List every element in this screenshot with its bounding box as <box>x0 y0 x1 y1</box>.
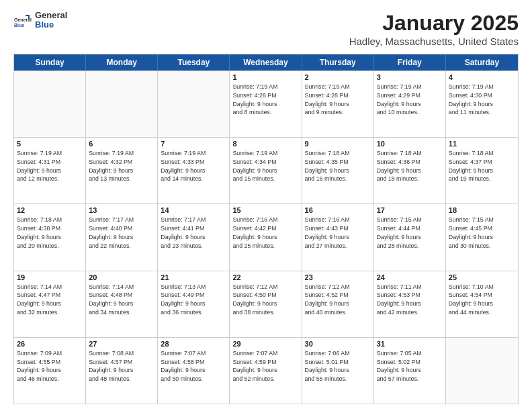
table-row: 17Sunrise: 7:15 AM Sunset: 4:44 PM Dayli… <box>374 204 446 270</box>
day-number: 18 <box>449 206 515 214</box>
title-block: January 2025 Hadley, Massachusetts, Unit… <box>349 11 519 47</box>
table-row: 24Sunrise: 7:11 AM Sunset: 4:53 PM Dayli… <box>374 271 446 337</box>
day-number: 10 <box>377 140 443 148</box>
table-row: 12Sunrise: 7:18 AM Sunset: 4:38 PM Dayli… <box>14 204 86 270</box>
table-row: 14Sunrise: 7:17 AM Sunset: 4:41 PM Dayli… <box>158 204 230 270</box>
logo-blue: Blue <box>35 20 67 30</box>
day-number: 14 <box>161 206 226 214</box>
day-number: 31 <box>377 340 443 348</box>
day-number: 27 <box>89 340 154 348</box>
day-info: Sunrise: 7:05 AM Sunset: 5:02 PM Dayligh… <box>377 349 443 383</box>
table-row: 27Sunrise: 7:08 AM Sunset: 4:57 PM Dayli… <box>86 338 158 404</box>
day-number: 21 <box>161 273 226 281</box>
day-number: 20 <box>89 273 154 281</box>
day-number: 8 <box>232 140 298 148</box>
table-row: 15Sunrise: 7:16 AM Sunset: 4:42 PM Dayli… <box>230 204 302 270</box>
day-info: Sunrise: 7:17 AM Sunset: 4:41 PM Dayligh… <box>161 216 226 250</box>
table-row: 29Sunrise: 7:07 AM Sunset: 4:59 PM Dayli… <box>230 338 302 404</box>
table-row <box>446 338 518 404</box>
table-row: 31Sunrise: 7:05 AM Sunset: 5:02 PM Dayli… <box>374 338 446 404</box>
day-number: 28 <box>161 340 226 348</box>
table-row: 26Sunrise: 7:09 AM Sunset: 4:55 PM Dayli… <box>14 338 86 404</box>
day-number: 17 <box>377 206 443 214</box>
day-info: Sunrise: 7:13 AM Sunset: 4:49 PM Dayligh… <box>161 283 226 317</box>
table-row: 5Sunrise: 7:19 AM Sunset: 4:31 PM Daylig… <box>14 138 86 203</box>
day-info: Sunrise: 7:15 AM Sunset: 4:44 PM Dayligh… <box>377 216 443 250</box>
day-info: Sunrise: 7:19 AM Sunset: 4:34 PM Dayligh… <box>232 149 298 183</box>
day-info: Sunrise: 7:07 AM Sunset: 4:59 PM Dayligh… <box>232 349 298 383</box>
day-info: Sunrise: 7:12 AM Sunset: 4:50 PM Dayligh… <box>232 283 298 317</box>
table-row: 3Sunrise: 7:19 AM Sunset: 4:29 PM Daylig… <box>374 71 446 137</box>
svg-text:Blue: Blue <box>14 23 24 28</box>
day-number: 3 <box>377 73 443 81</box>
day-info: Sunrise: 7:14 AM Sunset: 4:48 PM Dayligh… <box>89 283 154 317</box>
day-info: Sunrise: 7:18 AM Sunset: 4:35 PM Dayligh… <box>305 149 371 183</box>
table-row: 19Sunrise: 7:14 AM Sunset: 4:47 PM Dayli… <box>14 271 86 337</box>
svg-text:General: General <box>14 17 32 22</box>
header: General Blue General Blue January 2025 H… <box>13 11 519 47</box>
calendar-row: 19Sunrise: 7:14 AM Sunset: 4:47 PM Dayli… <box>14 271 518 337</box>
day-number: 25 <box>449 273 515 281</box>
day-info: Sunrise: 7:19 AM Sunset: 4:30 PM Dayligh… <box>449 83 515 117</box>
table-row: 18Sunrise: 7:15 AM Sunset: 4:45 PM Dayli… <box>446 204 518 270</box>
header-monday: Monday <box>86 54 158 71</box>
day-info: Sunrise: 7:12 AM Sunset: 4:52 PM Dayligh… <box>305 283 371 317</box>
logo-general: General <box>35 11 67 20</box>
day-info: Sunrise: 7:18 AM Sunset: 4:37 PM Dayligh… <box>449 149 515 183</box>
day-info: Sunrise: 7:19 AM Sunset: 4:31 PM Dayligh… <box>17 149 83 183</box>
table-row <box>158 71 230 137</box>
day-number: 11 <box>449 140 515 148</box>
day-info: Sunrise: 7:16 AM Sunset: 4:42 PM Dayligh… <box>232 216 298 250</box>
day-info: Sunrise: 7:18 AM Sunset: 4:38 PM Dayligh… <box>17 216 83 250</box>
day-info: Sunrise: 7:08 AM Sunset: 4:57 PM Dayligh… <box>89 349 154 383</box>
table-row: 30Sunrise: 7:06 AM Sunset: 5:01 PM Dayli… <box>302 338 374 404</box>
table-row: 9Sunrise: 7:18 AM Sunset: 4:35 PM Daylig… <box>302 138 374 203</box>
day-info: Sunrise: 7:17 AM Sunset: 4:40 PM Dayligh… <box>89 216 154 250</box>
day-number: 12 <box>17 206 83 214</box>
day-number: 30 <box>305 340 371 348</box>
table-row: 21Sunrise: 7:13 AM Sunset: 4:49 PM Dayli… <box>158 271 230 337</box>
table-row: 10Sunrise: 7:18 AM Sunset: 4:36 PM Dayli… <box>374 138 446 203</box>
table-row: 16Sunrise: 7:16 AM Sunset: 4:43 PM Dayli… <box>302 204 374 270</box>
header-tuesday: Tuesday <box>158 54 230 71</box>
table-row: 6Sunrise: 7:19 AM Sunset: 4:32 PM Daylig… <box>86 138 158 203</box>
header-friday: Friday <box>374 54 446 71</box>
table-row: 13Sunrise: 7:17 AM Sunset: 4:40 PM Dayli… <box>86 204 158 270</box>
day-info: Sunrise: 7:16 AM Sunset: 4:43 PM Dayligh… <box>305 216 371 250</box>
location: Hadley, Massachusetts, United States <box>349 36 519 47</box>
calendar: Sunday Monday Tuesday Wednesday Thursday… <box>13 54 519 404</box>
calendar-row: 1Sunrise: 7:19 AM Sunset: 4:28 PM Daylig… <box>14 71 518 137</box>
day-info: Sunrise: 7:19 AM Sunset: 4:33 PM Dayligh… <box>161 149 226 183</box>
logo: General Blue General Blue <box>13 11 67 30</box>
day-number: 2 <box>305 73 371 81</box>
logo-icon: General Blue <box>13 11 32 30</box>
day-number: 29 <box>232 340 298 348</box>
header-sunday: Sunday <box>14 54 86 71</box>
calendar-row: 5Sunrise: 7:19 AM Sunset: 4:31 PM Daylig… <box>14 137 518 203</box>
day-number: 23 <box>305 273 371 281</box>
day-number: 1 <box>232 73 298 81</box>
day-info: Sunrise: 7:19 AM Sunset: 4:28 PM Dayligh… <box>232 83 298 117</box>
calendar-row: 26Sunrise: 7:09 AM Sunset: 4:55 PM Dayli… <box>14 337 518 404</box>
table-row: 28Sunrise: 7:07 AM Sunset: 4:58 PM Dayli… <box>158 338 230 404</box>
day-number: 16 <box>305 206 371 214</box>
day-number: 9 <box>305 140 371 148</box>
month-title: January 2025 <box>349 11 519 36</box>
table-row: 1Sunrise: 7:19 AM Sunset: 4:28 PM Daylig… <box>230 71 302 137</box>
day-info: Sunrise: 7:19 AM Sunset: 4:32 PM Dayligh… <box>89 149 154 183</box>
day-info: Sunrise: 7:19 AM Sunset: 4:28 PM Dayligh… <box>305 83 371 117</box>
day-number: 15 <box>232 206 298 214</box>
table-row: 4Sunrise: 7:19 AM Sunset: 4:30 PM Daylig… <box>446 71 518 137</box>
day-info: Sunrise: 7:18 AM Sunset: 4:36 PM Dayligh… <box>377 149 443 183</box>
day-number: 4 <box>449 73 515 81</box>
calendar-header: Sunday Monday Tuesday Wednesday Thursday… <box>14 54 518 71</box>
table-row: 23Sunrise: 7:12 AM Sunset: 4:52 PM Dayli… <box>302 271 374 337</box>
table-row: 7Sunrise: 7:19 AM Sunset: 4:33 PM Daylig… <box>158 138 230 203</box>
table-row: 20Sunrise: 7:14 AM Sunset: 4:48 PM Dayli… <box>86 271 158 337</box>
table-row: 25Sunrise: 7:10 AM Sunset: 4:54 PM Dayli… <box>446 271 518 337</box>
table-row: 11Sunrise: 7:18 AM Sunset: 4:37 PM Dayli… <box>446 138 518 203</box>
day-number: 26 <box>17 340 83 348</box>
day-info: Sunrise: 7:10 AM Sunset: 4:54 PM Dayligh… <box>449 283 515 317</box>
day-info: Sunrise: 7:07 AM Sunset: 4:58 PM Dayligh… <box>161 349 226 383</box>
day-info: Sunrise: 7:14 AM Sunset: 4:47 PM Dayligh… <box>17 283 83 317</box>
